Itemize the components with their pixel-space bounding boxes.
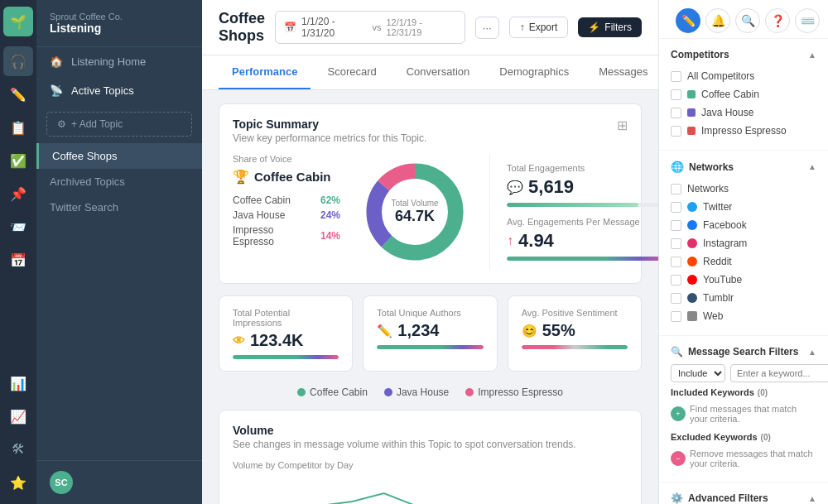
competitor-row-0[interactable]: Coffee Cabin (671, 85, 816, 103)
stat-card-0: Total Potential Impressions 👁 123.4K (219, 295, 353, 372)
stat-progress-0 (233, 355, 339, 359)
sprout-logo-icon[interactable]: 🌱 (3, 7, 33, 36)
pin-icon[interactable]: 📌 (3, 179, 33, 209)
network-name-1: Facebook (703, 219, 747, 231)
tab-conversation[interactable]: Conversation (393, 55, 484, 89)
sidebar-item-listening-home[interactable]: 🏠 Listening Home (36, 47, 202, 76)
sov-right: Total Engagements 💬 5,619 Avg. Engagemen… (489, 154, 658, 270)
star-icon[interactable]: ⭐ (3, 468, 33, 497)
tab-scorecard[interactable]: Scorecard (314, 55, 389, 89)
user-avatar[interactable]: SC (50, 471, 73, 494)
brand-company: Sprout Coffee Co. (50, 12, 189, 22)
help-top-icon[interactable]: ❓ (765, 8, 790, 33)
included-hint: + Find messages that match your criteria… (671, 401, 816, 427)
add-icon: ⚙ (57, 118, 66, 130)
all-competitors-row[interactable]: All Competitors (671, 67, 816, 85)
bell-top-icon[interactable]: 🔔 (705, 8, 730, 33)
card-title: Topic Summary (233, 118, 426, 131)
eye-icon: 👁 (233, 334, 245, 348)
competitor-dot-2 (687, 127, 696, 135)
message-search-header[interactable]: 🔍 Message Search Filters ▲ (671, 346, 816, 358)
network-checkbox-1[interactable] (671, 220, 681, 231)
grid-icon[interactable]: ⊞ (617, 118, 628, 133)
filters-button[interactable]: ⚡ Filters (578, 17, 642, 37)
sidebar-item-active-topics[interactable]: 📡 Active Topics (36, 76, 202, 105)
sov-pct-1: 24% (320, 209, 340, 221)
keyboard-top-icon[interactable]: ⌨️ (795, 8, 820, 33)
sov-row-0: Coffee Cabin 62% (233, 194, 340, 206)
engagements-bar (507, 203, 638, 207)
sov-name-1: Java House (233, 209, 315, 221)
networks-header[interactable]: 🌐 Networks ▲ (671, 161, 816, 173)
networks-section: 🌐 Networks ▲ Networks Twitter Facebook I… (659, 151, 828, 336)
network-checkbox-0[interactable] (671, 202, 681, 213)
network-checkbox-3[interactable] (671, 257, 681, 267)
listening-icon[interactable]: 🎧 (3, 46, 33, 76)
archived-topics-link[interactable]: Archived Topics (36, 169, 202, 194)
tasks-icon[interactable]: ✅ (3, 146, 33, 175)
network-row-3[interactable]: Reddit (671, 252, 816, 271)
all-competitors-checkbox[interactable] (671, 71, 681, 82)
tab-messages[interactable]: Messages (585, 55, 658, 89)
calendar-icon[interactable]: 📅 (3, 245, 33, 275)
competitor-row-2[interactable]: Impresso Espresso (671, 122, 816, 140)
networks-title: 🌐 Networks (671, 161, 734, 173)
export-button[interactable]: ↑ Export (509, 17, 569, 38)
donut-label: Total Volume 64.7K (391, 199, 438, 225)
stat-value-2: 😊 55% (522, 321, 628, 340)
donut-total-label: Total Volume (391, 199, 438, 208)
filter-icon: ⚡ (588, 22, 600, 33)
stat-label-2: Avg. Positive Sentiment (522, 308, 628, 318)
avg-eng-value: ↑ 4.94 (507, 230, 658, 252)
vs-text: vs (372, 22, 381, 32)
active-topics-label: Active Topics (71, 84, 134, 97)
all-networks-label: Networks (687, 183, 729, 194)
date-range-filter[interactable]: 📅 1/1/20 - 1/31/20 vs 12/1/19 - 12/31/19 (275, 11, 465, 44)
more-options-button[interactable]: ··· (475, 17, 499, 39)
network-row-0[interactable]: Twitter (671, 198, 816, 216)
reports-icon[interactable]: 📈 (3, 401, 33, 431)
tab-performance[interactable]: Performance (219, 55, 310, 89)
topic-summary-card: Topic Summary View key performance metri… (219, 103, 642, 284)
sov-left: Share of Voice 🏆 Coffee Cabin Coffee Cab… (233, 154, 340, 270)
tab-demographics[interactable]: Demographics (486, 55, 582, 89)
network-checkbox-2[interactable] (671, 238, 681, 249)
compose-icon[interactable]: ✏️ (3, 79, 33, 109)
edit-top-icon[interactable]: ✏️ (676, 8, 700, 33)
network-checkbox-6[interactable] (671, 311, 681, 322)
network-row-6[interactable]: Web (671, 307, 816, 325)
stat-progress-1 (377, 345, 483, 349)
sov-section: Share of Voice 🏆 Coffee Cabin Coffee Cab… (233, 154, 628, 270)
stat-bar-2 (522, 345, 628, 349)
all-networks-checkbox[interactable] (671, 184, 681, 194)
competitors-header[interactable]: Competitors ▲ (671, 49, 816, 60)
network-checkbox-4[interactable] (671, 275, 681, 286)
add-topic-button[interactable]: ⚙ + Add Topic (46, 112, 192, 137)
feed-icon[interactable]: 📋 (3, 113, 33, 142)
competitor-name-1: Java House (701, 107, 753, 118)
include-select[interactable]: Include (671, 364, 725, 382)
advanced-filters-header[interactable]: ⚙️ Advanced Filters ▲ (671, 492, 816, 504)
competitor-checkbox-2[interactable] (671, 126, 681, 137)
all-networks-row[interactable]: Networks (671, 180, 816, 198)
analytics-icon[interactable]: 📊 (3, 368, 33, 398)
network-row-5[interactable]: Tumblr (671, 289, 816, 307)
network-row-2[interactable]: Instagram (671, 234, 816, 252)
competitor-checkbox-1[interactable] (671, 108, 681, 118)
network-row-1[interactable]: Facebook (671, 216, 816, 234)
twitter-search-link[interactable]: Twitter Search (36, 194, 202, 220)
competitor-row-1[interactable]: Java House (671, 103, 816, 122)
right-top-icons: ✏️ 🔔 🔍 ❓ ⌨️ (659, 0, 828, 39)
inbox-icon[interactable]: 📨 (3, 212, 33, 242)
donut-total-value: 64.7K (391, 208, 438, 225)
keyword-filter-row: Include (671, 364, 816, 382)
keyword-input[interactable] (730, 364, 828, 382)
legend-item-1: Java House (384, 386, 449, 398)
network-checkbox-5[interactable] (671, 293, 681, 304)
instagram-dot (687, 238, 697, 248)
network-row-4[interactable]: YouTube (671, 271, 816, 289)
search-top-icon[interactable]: 🔍 (735, 8, 760, 33)
tools-icon[interactable]: 🛠 (3, 434, 33, 464)
competitor-checkbox-0[interactable] (671, 89, 681, 100)
coffee-shops-topic[interactable]: Coffee Shops (36, 143, 202, 169)
